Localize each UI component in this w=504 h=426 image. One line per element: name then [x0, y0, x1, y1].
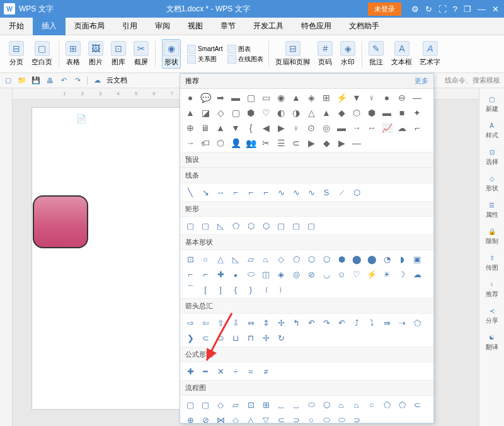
shape-arrow-up[interactable]: ⇧ [214, 316, 227, 329]
shape-oval[interactable]: ○ [199, 253, 212, 265]
shape-arrow-pentagon[interactable]: ⬠ [411, 316, 423, 329]
shape-hexagon[interactable]: ⬡ [305, 253, 318, 265]
shape-item[interactable]: ◆ [335, 106, 348, 119]
ribbon-header-footer[interactable]: ⊟页眉和页脚 [275, 41, 310, 67]
shape-double-brace[interactable]: ⟯ [275, 283, 287, 296]
shape-item[interactable]: ● [381, 91, 393, 104]
shape-plus[interactable]: ✚ [184, 365, 197, 377]
shape-divide[interactable]: ÷ [229, 365, 242, 377]
fc-stored[interactable]: ⊂ [275, 413, 287, 423]
shape-item[interactable]: ☰ [275, 137, 287, 149]
shape-item[interactable]: ⬡ [350, 106, 363, 119]
ribbon-comment[interactable]: ✎批注 [369, 41, 384, 67]
rounded-rectangle-shape[interactable] [33, 195, 88, 248]
shape-item[interactable]: ▢ [244, 91, 257, 104]
fc-merge[interactable]: ▽ [260, 413, 272, 423]
tab-insert[interactable]: 插入 [33, 17, 66, 35]
shape-arrow-notched[interactable]: ⇢ [396, 316, 408, 329]
shape-arrow-uturn[interactable]: ↶ [305, 316, 318, 329]
shape-item[interactable]: ◪ [199, 106, 212, 119]
fc-manual-input[interactable]: ⏢ [335, 398, 348, 411]
shape-item[interactable]: ⚡ [335, 91, 348, 104]
shape-item[interactable]: ↔ [365, 122, 378, 134]
shape-arrow-updown[interactable]: ⇕ [260, 316, 272, 329]
shape-chord[interactable]: ◗ [396, 253, 408, 265]
shape-item[interactable]: ♀ [290, 122, 302, 134]
shape-moon[interactable]: ☽ [396, 268, 408, 280]
ribbon-watermark[interactable]: ◈水印 [340, 41, 355, 67]
ribbon-online-chart[interactable]: 在线图表 [227, 55, 263, 64]
shape-bracket[interactable]: [ [199, 283, 212, 296]
shape-item[interactable]: 🖥 [199, 122, 212, 134]
side-property[interactable]: ☰属性 [486, 199, 498, 219]
shape-arrow-quad-callout[interactable]: ✢ [260, 331, 272, 344]
shape-item[interactable]: ⬢ [244, 106, 257, 119]
fc-predefined[interactable]: ⊡ [244, 398, 257, 411]
shape-arrow-line[interactable]: ↘ [199, 186, 212, 199]
ribbon-chart[interactable]: 图表 [227, 45, 263, 54]
shape-item[interactable]: ♀ [365, 91, 378, 104]
shape-item[interactable]: ▶ [335, 137, 348, 149]
shape-item[interactable]: ✦ [411, 106, 423, 119]
shape-item[interactable]: ☁ [396, 122, 408, 134]
shape-rounded-rect[interactable]: ▢ [199, 219, 212, 232]
shape-item[interactable]: ⬡ [214, 137, 227, 149]
fc-preparation[interactable]: ⬡ [320, 398, 333, 411]
shape-bracket[interactable]: ] [214, 283, 227, 296]
shape-arrow-bent[interactable]: ↰ [290, 316, 302, 329]
shape-item[interactable]: ▲ [290, 91, 302, 104]
save-icon[interactable]: 💾 [32, 76, 40, 85]
fc-multidoc[interactable]: ⎵ [290, 398, 302, 411]
redo-icon[interactable]: ↷ [73, 76, 82, 85]
side-translate[interactable]: ☯翻译 [486, 331, 498, 352]
shape-arrow-quad[interactable]: ✢ [275, 316, 287, 329]
shape-minus[interactable]: ━ [199, 365, 212, 377]
shape-item[interactable]: ⊙ [305, 122, 318, 134]
shape-item[interactable]: △ [305, 106, 318, 119]
tab-helper[interactable]: 文档助手 [340, 17, 388, 35]
shape-item[interactable]: → [350, 122, 363, 134]
ribbon-page-number[interactable]: #页码 [318, 41, 333, 67]
fc-decision[interactable]: ◇ [214, 398, 227, 411]
tab-features[interactable]: 特色应用 [292, 17, 340, 35]
shape-curve-arrow[interactable]: ∿ [290, 186, 302, 199]
fc-offpage[interactable]: ⬠ [381, 398, 393, 411]
shape-brace[interactable]: } [244, 283, 257, 296]
shape-smiley[interactable]: ☺ [335, 268, 348, 280]
ribbon-smartart[interactable]: SmartArt [187, 45, 222, 54]
ribbon-page-break[interactable]: ⊟分页 [9, 41, 24, 67]
shape-item[interactable]: ▬ [229, 91, 242, 104]
login-badge[interactable]: 未登录 [368, 3, 401, 16]
shape-arrow-callout[interactable]: ⊃ [214, 331, 227, 344]
shape-dodecagon[interactable]: ⬤ [365, 253, 378, 265]
print-icon[interactable]: 🖶 [45, 76, 54, 85]
fc-or[interactable]: ⊘ [199, 413, 212, 423]
fc-card[interactable]: ⬠ [396, 398, 408, 411]
shape-item[interactable]: ■ [396, 106, 408, 119]
shape-arrow-leftright[interactable]: ⇔ [244, 316, 257, 329]
fc-direct[interactable]: ⬭ [335, 413, 348, 423]
shape-arrow-striped[interactable]: ⇛ [381, 316, 393, 329]
shape-arrow-left[interactable]: ⇦ [199, 316, 212, 329]
fullscreen-icon[interactable]: ⛶ [438, 4, 447, 14]
shape-frame[interactable]: ▣ [411, 253, 423, 265]
shape-item[interactable]: ⌐ [411, 122, 423, 134]
ribbon-wordart[interactable]: A艺术字 [420, 41, 440, 67]
shape-not-equal[interactable]: ≠ [260, 365, 272, 377]
shape-round1[interactable]: ▢ [275, 219, 287, 232]
document-page[interactable]: 📄 [32, 107, 183, 410]
ribbon-relation[interactable]: 关系图 [187, 55, 222, 64]
fc-delay[interactable]: ⊃ [290, 413, 302, 423]
shape-elbow-double[interactable]: ⌐ [260, 186, 272, 199]
shape-item[interactable]: ▬ [335, 122, 348, 134]
shape-item[interactable]: ▼ [229, 122, 242, 134]
fc-seq-storage[interactable]: ○ [305, 413, 318, 423]
shape-item[interactable]: ◎ [320, 122, 333, 134]
shape-item[interactable]: 💬 [199, 91, 212, 104]
shape-cube[interactable]: ◫ [260, 268, 272, 280]
tab-chapter[interactable]: 章节 [212, 17, 244, 35]
tab-layout[interactable]: 页面布局 [66, 17, 113, 35]
shape-heart[interactable]: ♡ [350, 268, 363, 280]
fc-collate[interactable]: ⋈ [214, 413, 227, 423]
shape-item[interactable]: 📈 [381, 122, 393, 134]
